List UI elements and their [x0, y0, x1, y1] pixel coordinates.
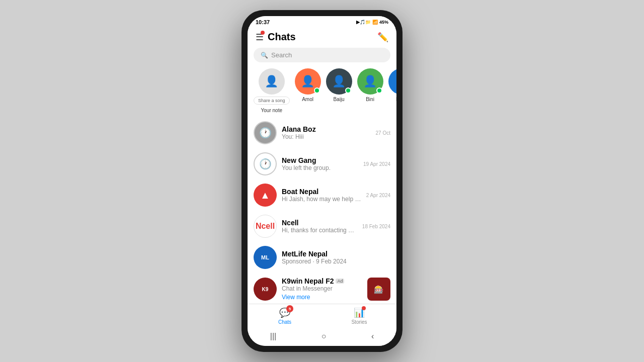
chat-name-ncell: Ncell — [282, 219, 357, 227]
chat-name-row-k9win: K9win Nepal F2 Ad — [282, 277, 362, 285]
chat-content-k9win: K9win Nepal F2 Ad Chat in Messenger View… — [282, 277, 362, 301]
chat-avatar-new-gang: 🕐 — [254, 152, 277, 175]
stories-nav-icon: 📊 — [354, 307, 365, 318]
chat-name-new-gang: New Gang — [282, 156, 358, 164]
battery-percent: 45% — [379, 20, 388, 25]
compose-button[interactable]: ✏️ — [377, 32, 388, 43]
ncell-logo: Ncell — [256, 222, 275, 231]
search-icon: 🔍 — [261, 52, 268, 59]
status-bar: 10:37 ▶🎵📁 📶 45% — [248, 16, 396, 27]
chat-avatar-metlife: ML — [254, 246, 277, 269]
chat-preview-ncell: Hi, thanks for contacting us.... — [282, 227, 357, 234]
story-avatar-wrap-bini: 👤 — [357, 68, 383, 95]
chat-content-metlife: MetLife Nepal Sponsored · 9 Feb 2024 — [282, 250, 390, 265]
story-avatar-wrap-amol: 👤 — [295, 68, 321, 95]
chat-time-alana-boz-1: 27 Oct — [376, 130, 390, 136]
story-avatar-da: 👤 — [388, 68, 396, 95]
story-avatar-wrap-note: 👤 — [259, 68, 285, 95]
chat-time-boat-nepal: 2 Apr 2024 — [366, 193, 390, 198]
chat-item-metlife[interactable]: ML MetLife Nepal Sponsored · 9 Feb 2024 — [248, 242, 396, 273]
story-item-your-note[interactable]: 👤 Share a song Your note — [254, 68, 290, 113]
story-item-amol[interactable]: 👤 Amol — [295, 68, 321, 113]
story-label-note: Your note — [261, 108, 282, 113]
stories-nav-label: Stories — [351, 319, 367, 325]
chat-preview-alana-boz-1: You: Hiii — [282, 133, 371, 140]
chat-content-alana-boz-1: Alana Boz You: Hiii — [282, 125, 371, 140]
chat-preview-boat-nepal: Hi Jaish, how may we help you... — [282, 196, 361, 203]
phone-frame: 10:37 ▶🎵📁 📶 45% ☰ Chats ✏️ 🔍 Search — [242, 10, 403, 352]
story-item-da[interactable]: 👤 Da... — [388, 68, 396, 113]
chat-item-new-gang[interactable]: 🕐 New Gang You left the group. 19 Apr 20… — [248, 148, 396, 179]
chat-content-boat-nepal: Boat Nepal Hi Jaish, how may we help you… — [282, 188, 361, 203]
chat-content-ncell: Ncell Hi, thanks for contacting us.... — [282, 219, 357, 234]
phone-nav-home[interactable]: ○ — [321, 332, 327, 341]
chat-time-ncell: 18 Feb 2024 — [362, 224, 390, 229]
story-label-amol: Amol — [302, 97, 313, 102]
chats-nav-icon: 💬 5 — [279, 307, 290, 318]
chat-item-k9win[interactable]: K9 K9win Nepal F2 Ad Chat in Messenger V… — [248, 273, 396, 304]
story-avatar-wrap-baiju: 👤 — [326, 68, 352, 95]
phone-screen: 10:37 ▶🎵📁 📶 45% ☰ Chats ✏️ 🔍 Search — [248, 16, 396, 346]
media-icons: ▶🎵📁 — [356, 20, 371, 25]
signal-icon: 📶 — [372, 20, 378, 25]
story-item-bini[interactable]: 👤 Bini — [357, 68, 383, 113]
chat-preview-new-gang: You left the group. — [282, 164, 358, 171]
chat-preview-k9win: Chat in Messenger — [282, 285, 362, 292]
search-container: 🔍 Search — [248, 46, 396, 66]
chat-name-k9win: K9win Nepal F2 — [282, 277, 334, 285]
chat-time-new-gang: 19 Apr 2024 — [363, 161, 390, 167]
menu-button[interactable]: ☰ — [256, 32, 264, 43]
story-label-da: Da... — [396, 97, 396, 102]
bottom-navigation: 💬 5 Chats 📊 Stories — [248, 304, 396, 329]
chat-item-boat-nepal[interactable]: ▲ Boat Nepal Hi Jaish, how may we help y… — [248, 179, 396, 211]
online-dot-baiju — [345, 87, 351, 94]
story-label-bini: Bini — [366, 97, 374, 102]
share-song-bubble: Share a song — [254, 97, 290, 105]
chat-avatar-boat-nepal: ▲ — [254, 184, 277, 207]
nav-item-chats[interactable]: 💬 5 Chats — [248, 307, 322, 325]
chat-item-ncell[interactable]: Ncell Ncell Hi, thanks for contacting us… — [248, 211, 396, 242]
chat-content-new-gang: New Gang You left the group. — [282, 156, 358, 171]
online-dot-amol — [314, 87, 320, 94]
phone-nav-back[interactable]: ‹ — [371, 332, 374, 341]
stories-row: 👤 Share a song Your note 👤 Amol — [248, 66, 396, 117]
story-avatar-wrap-da: 👤 — [388, 68, 396, 95]
chat-list: 🕐 Alana Boz You: Hiii 27 Oct 🕐 New Gang … — [248, 117, 396, 304]
chat-avatar-alana-boz-1: 🕐 — [254, 121, 277, 144]
ad-badge-k9win: Ad — [336, 279, 344, 284]
status-icons: ▶🎵📁 📶 45% — [356, 20, 388, 25]
app-header: ☰ Chats ✏️ — [248, 27, 396, 46]
chat-name-alana-boz-1: Alana Boz — [282, 125, 371, 133]
chat-ad-image-k9win: 🎰 — [367, 278, 390, 301]
page-title: Chats — [268, 31, 296, 43]
chat-item-alana-boz-1[interactable]: 🕐 Alana Boz You: Hiii 27 Oct — [248, 117, 396, 148]
story-avatar-note: 👤 — [259, 68, 285, 95]
story-label-baiju: Baiju — [333, 97, 344, 102]
chats-nav-label: Chats — [278, 319, 291, 325]
search-input[interactable]: Search — [271, 51, 292, 59]
nav-item-stories[interactable]: 📊 Stories — [322, 307, 396, 325]
view-more-link-k9win[interactable]: View more — [282, 294, 310, 301]
chat-name-boat-nepal: Boat Nepal — [282, 188, 361, 196]
chat-avatar-ncell: Ncell — [254, 215, 277, 238]
phone-nav-recent[interactable]: ||| — [270, 332, 276, 341]
phone-system-nav: ||| ○ ‹ — [248, 329, 396, 346]
search-bar[interactable]: 🔍 Search — [254, 48, 390, 62]
status-time: 10:37 — [256, 19, 270, 25]
stories-dot — [362, 306, 366, 310]
online-dot-bini — [376, 87, 382, 94]
chat-name-metlife: MetLife Nepal — [282, 250, 390, 258]
chat-avatar-k9win: K9 — [254, 278, 277, 301]
story-item-baiju[interactable]: 👤 Baiju — [326, 68, 352, 113]
chats-badge: 5 — [286, 305, 293, 312]
menu-notification-dot — [261, 31, 265, 35]
chat-preview-metlife: Sponsored · 9 Feb 2024 — [282, 258, 390, 265]
